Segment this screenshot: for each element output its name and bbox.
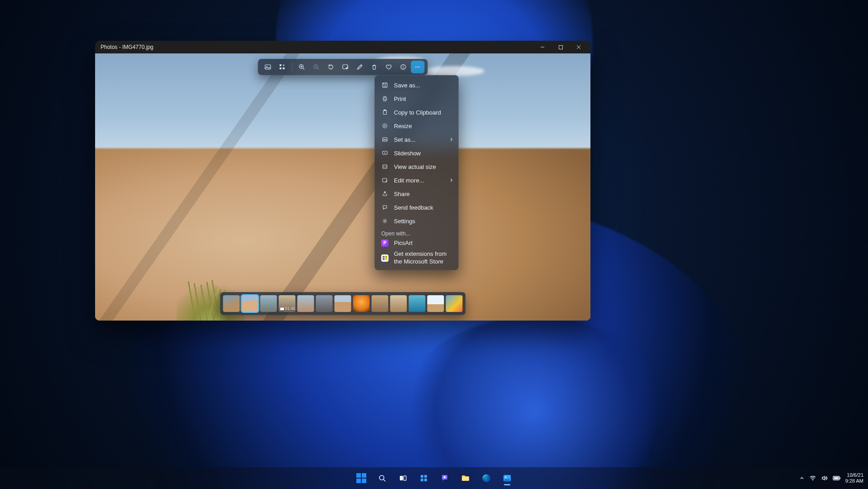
favorite-button[interactable] <box>382 61 396 73</box>
menu-actual-size[interactable]: 1:1 View actual size <box>375 160 458 173</box>
volume-icon <box>821 475 828 482</box>
maximize-button[interactable] <box>551 41 570 53</box>
delete-button[interactable] <box>368 61 381 73</box>
svg-rect-30 <box>421 479 423 481</box>
thumbnail-selected[interactable] <box>242 295 259 312</box>
menu-label: Send feedback <box>394 204 433 211</box>
thumbnail[interactable] <box>223 295 240 312</box>
chevron-right-icon <box>449 137 454 142</box>
close-button[interactable] <box>570 41 588 53</box>
sparkle-grid-icon <box>279 63 286 71</box>
edit-image-icon <box>342 63 349 71</box>
svg-rect-39 <box>839 477 840 479</box>
menu-resize[interactable]: Resize <box>375 119 458 133</box>
add-creation-button[interactable] <box>276 61 289 73</box>
battery-button[interactable] <box>833 475 841 481</box>
svg-rect-1 <box>265 65 271 69</box>
svg-rect-0 <box>559 45 562 49</box>
photo-viewport[interactable]: Save as... Print Copy to Clipboard Resiz… <box>95 53 590 321</box>
video-duration-badge: 01:46 <box>280 307 296 311</box>
svg-rect-4 <box>280 67 282 69</box>
svg-point-32 <box>443 476 446 479</box>
menu-get-extensions[interactable]: Get extensions from the Microsoft Store <box>375 249 458 267</box>
widgets-button[interactable] <box>415 470 432 487</box>
menu-edit-more[interactable]: Edit more... <box>375 173 458 187</box>
svg-rect-27 <box>403 476 406 480</box>
edit-image-button[interactable] <box>339 61 352 73</box>
menu-share[interactable]: Share <box>375 187 458 201</box>
volume-button[interactable] <box>821 475 828 482</box>
battery-icon <box>833 475 841 481</box>
thumbnail[interactable] <box>260 295 277 312</box>
rotate-icon <box>327 63 335 71</box>
wifi-button[interactable] <box>809 475 816 482</box>
widgets-icon <box>419 474 428 483</box>
menu-label: Settings <box>394 218 415 225</box>
minimize-button[interactable] <box>533 41 551 53</box>
titlebar[interactable]: Photos - IMG4770.jpg <box>95 41 590 53</box>
thumbnail[interactable] <box>409 295 426 312</box>
print-icon <box>381 96 388 102</box>
slideshow-icon <box>381 150 388 156</box>
thumbnail[interactable] <box>316 295 333 312</box>
thumbnail[interactable] <box>353 295 370 312</box>
menu-label: Get extensions from the Microsoft Store <box>394 250 452 265</box>
menu-feedback[interactable]: Send feedback <box>375 201 458 214</box>
thumbnail[interactable] <box>427 295 444 312</box>
svg-rect-3 <box>280 64 282 66</box>
svg-point-23 <box>384 220 386 222</box>
photo-image <box>95 53 590 321</box>
tray-overflow-button[interactable] <box>799 475 805 481</box>
thumbnail-video[interactable]: 01:46 <box>279 295 296 312</box>
task-view-button[interactable] <box>394 470 412 487</box>
thumbnail[interactable] <box>446 295 463 312</box>
svg-rect-14 <box>383 98 387 100</box>
menu-settings[interactable]: Settings <box>375 214 458 228</box>
menu-label: View actual size <box>394 163 436 170</box>
zoom-in-button[interactable] <box>295 61 309 73</box>
all-photos-button[interactable] <box>261 61 275 73</box>
menu-label: Save as... <box>394 82 420 89</box>
search-button[interactable] <box>374 470 391 487</box>
filmstrip[interactable]: 01:46 <box>220 292 466 315</box>
edge-button[interactable] <box>478 470 495 487</box>
edge-icon <box>481 473 491 483</box>
info-icon <box>400 63 407 71</box>
svg-rect-26 <box>400 476 403 480</box>
share-icon <box>381 191 388 197</box>
menu-slideshow[interactable]: Slideshow <box>375 146 458 160</box>
thumbnail[interactable] <box>372 295 388 312</box>
chat-button[interactable] <box>436 470 453 487</box>
thumbnail[interactable] <box>297 295 314 312</box>
svg-point-11 <box>417 67 418 67</box>
info-button[interactable] <box>397 61 410 73</box>
more-icon <box>414 63 422 71</box>
zoom-out-icon <box>313 63 320 71</box>
photos-app-window: Photos - IMG4770.jpg <box>95 41 590 321</box>
svg-rect-29 <box>424 475 427 478</box>
taskbar-clock[interactable]: 10/6/21 9:28 AM <box>845 472 863 484</box>
thumbnail[interactable] <box>390 295 407 312</box>
menu-label: Set as... <box>394 136 416 143</box>
picture-icon <box>381 136 388 143</box>
start-button[interactable] <box>353 470 370 487</box>
menu-copy[interactable]: Copy to Clipboard <box>375 105 458 119</box>
zoom-in-icon <box>298 63 306 71</box>
draw-button[interactable] <box>353 61 367 73</box>
menu-label: Resize <box>394 123 412 129</box>
more-button[interactable] <box>411 61 425 73</box>
save-icon <box>381 82 388 88</box>
menu-set-as[interactable]: Set as... <box>375 133 458 146</box>
folder-icon <box>460 473 470 483</box>
menu-print[interactable]: Print <box>375 92 458 105</box>
edit-more-icon <box>381 177 388 183</box>
menu-open-picsart[interactable]: PicsArt <box>375 238 458 249</box>
file-explorer-button[interactable] <box>457 470 474 487</box>
resize-icon <box>381 123 388 129</box>
photos-app-button[interactable] <box>499 470 516 487</box>
rotate-button[interactable] <box>324 61 338 73</box>
thumbnail[interactable] <box>335 295 351 312</box>
menu-label: Slideshow <box>394 150 421 157</box>
menu-group-open-with: Open with... <box>375 228 458 238</box>
menu-save-as[interactable]: Save as... <box>375 78 458 92</box>
